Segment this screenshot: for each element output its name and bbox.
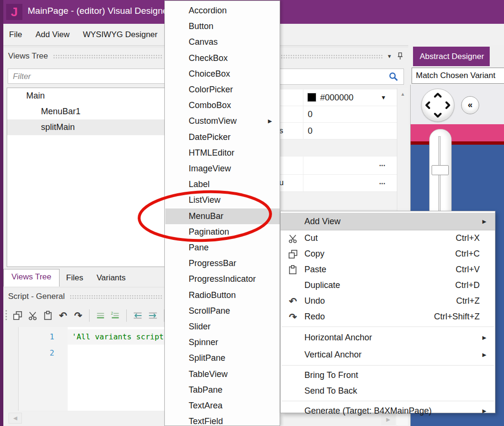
tab-views-tree[interactable]: Views Tree bbox=[3, 269, 60, 287]
widget-menu-item-menubar[interactable]: MenuBar bbox=[165, 208, 280, 224]
redo-icon[interactable]: ↷ bbox=[72, 309, 84, 322]
widget-menu-item-listview[interactable]: ListView bbox=[165, 192, 280, 208]
widget-menu-item-colorpicker[interactable]: ColorPicker bbox=[165, 82, 280, 98]
widget-menu-item-customview[interactable]: CustomView▶ bbox=[165, 113, 280, 129]
collapse-button[interactable]: « bbox=[461, 96, 479, 114]
widget-menu-item-checkbox[interactable]: CheckBox bbox=[165, 50, 280, 66]
menu-item-label: Paste bbox=[304, 262, 326, 277]
property-value[interactable]: 0 bbox=[303, 106, 397, 122]
grip-icon bbox=[4, 309, 8, 322]
context-menu-item-horizontal-anchor[interactable]: Horizontal Anchor▶ bbox=[281, 329, 495, 346]
abstract-menubar-view[interactable] bbox=[411, 124, 504, 141]
property-value[interactable]: ... bbox=[303, 157, 397, 174]
shift-right-icon[interactable] bbox=[147, 309, 159, 322]
context-menu-item-cut[interactable]: CutCtrl+X bbox=[281, 230, 495, 246]
widget-menu-item-combobox[interactable]: ComboBox bbox=[165, 98, 280, 113]
widget-menu-item-splitpane[interactable]: SplitPane bbox=[165, 350, 280, 366]
copy-icon[interactable] bbox=[12, 309, 23, 322]
menu-item-shortcut: Ctrl+D bbox=[455, 277, 480, 293]
widget-menu-item-slider[interactable]: Slider bbox=[165, 319, 280, 335]
menubar-item-wysiwyg-designer[interactable]: WYSIWYG Designer bbox=[76, 24, 164, 45]
context-menu-item-vertical-anchor[interactable]: Vertical Anchor▶ bbox=[281, 346, 495, 363]
submenu-arrow-icon: ▶ bbox=[483, 213, 486, 230]
slider-thumb[interactable] bbox=[432, 165, 449, 175]
widget-menu-item-button[interactable]: Button bbox=[165, 19, 280, 34]
context-menu-item-copy[interactable]: CopyCtrl+C bbox=[281, 246, 495, 262]
widget-menu-item-progressbar[interactable]: ProgressBar bbox=[165, 256, 280, 271]
cut-icon[interactable] bbox=[27, 309, 39, 322]
widget-menu-item-scrollpane[interactable]: ScrollPane bbox=[165, 303, 280, 319]
chevron-down-icon[interactable]: ▼ bbox=[381, 89, 386, 106]
context-menu-item-paste[interactable]: PasteCtrl+V bbox=[281, 262, 495, 277]
tree-item-main[interactable]: Main bbox=[7, 88, 165, 104]
menu-item-label: Copy bbox=[304, 246, 324, 262]
widget-menu-item-pagination[interactable]: Pagination bbox=[165, 224, 280, 240]
script-editor[interactable]: 1'All variants script2 bbox=[18, 327, 165, 411]
uncomment-icon[interactable]: 2 bbox=[110, 309, 121, 322]
views-tree-header: Views Tree bbox=[3, 48, 166, 65]
ellipsis-button[interactable]: ... bbox=[379, 175, 385, 189]
widget-menu-item-choicebox[interactable]: ChoiceBox bbox=[165, 66, 280, 82]
submenu-arrow-icon: ▶ bbox=[483, 403, 486, 419]
chevron-down-icon[interactable]: ▼ bbox=[387, 53, 392, 59]
menu-separator bbox=[282, 327, 494, 327]
comment-icon[interactable] bbox=[95, 309, 106, 322]
widget-menu-item-accordion[interactable]: Accordion bbox=[165, 3, 280, 19]
designer-context-menu: Add View▶CutCtrl+XCopyCtrl+CPasteCtrl+VD… bbox=[280, 211, 495, 413]
widget-menu-item-tableview[interactable]: TableView bbox=[165, 367, 280, 382]
panel-grip-dots bbox=[53, 54, 162, 59]
tab-variants[interactable]: Variants bbox=[90, 270, 132, 287]
abstract-designer-tab[interactable]: Abstract Designer bbox=[413, 47, 490, 66]
search-icon bbox=[388, 71, 399, 82]
widget-menu-item-textfield[interactable]: TextField bbox=[165, 414, 280, 426]
menu-item-label: Horizontal Anchor bbox=[304, 329, 372, 346]
context-menu-item-add-view[interactable]: Add View▶ bbox=[281, 213, 495, 230]
menu-item-shortcut: Ctrl+Shift+Z bbox=[434, 309, 480, 325]
scroll-up-icon[interactable]: ▲ bbox=[397, 88, 408, 100]
widget-menu-item-canvas[interactable]: Canvas bbox=[165, 34, 280, 50]
undo-icon[interactable]: ↶ bbox=[58, 309, 69, 322]
cut-icon bbox=[287, 230, 299, 246]
context-menu-item-undo[interactable]: ↶UndoCtrl+Z bbox=[281, 293, 495, 309]
menu-item-label: Generate (Target: B4XMainPage) bbox=[304, 403, 432, 419]
widget-menu-item-datepicker[interactable]: DatePicker bbox=[165, 129, 280, 145]
tree-item-splitmain[interactable]: splitMain bbox=[7, 119, 165, 135]
context-menu-item-redo[interactable]: ↷RedoCtrl+Shift+Z bbox=[281, 309, 495, 325]
property-color-value[interactable]: #000000▼ bbox=[303, 89, 397, 106]
ellipsis-button[interactable]: ... bbox=[379, 157, 385, 171]
shift-left-icon[interactable] bbox=[132, 309, 143, 322]
tree-item-menubar1[interactable]: MenuBar1 bbox=[7, 104, 165, 119]
context-menu-item-send-to-back[interactable]: Send To Back bbox=[281, 383, 495, 399]
paste-icon[interactable] bbox=[42, 309, 54, 322]
views-tree-filter-input[interactable]: Filter bbox=[8, 69, 165, 84]
widget-menu-item-imageview[interactable]: ImageView bbox=[165, 161, 280, 177]
tab-files[interactable]: Files bbox=[60, 270, 90, 287]
context-menu-item-duplicate[interactable]: DuplicateCtrl+D bbox=[281, 277, 495, 293]
redo-icon: ↷ bbox=[287, 309, 299, 325]
context-menu-item-bring-to-front[interactable]: Bring To Front bbox=[281, 367, 495, 383]
widget-menu-item-label[interactable]: Label bbox=[165, 177, 280, 192]
undo-icon: ↶ bbox=[287, 293, 299, 309]
property-value[interactable]: ... bbox=[303, 175, 397, 191]
widget-menu-item-htmleditor[interactable]: HTMLEditor bbox=[165, 145, 280, 161]
property-value[interactable]: 0 bbox=[303, 123, 397, 139]
widget-menu-item-textarea[interactable]: TextArea bbox=[165, 398, 280, 414]
menubar-item-file[interactable]: File bbox=[3, 24, 29, 45]
code-line[interactable]: 2 bbox=[19, 345, 165, 361]
code-line[interactable]: 1'All variants script bbox=[19, 329, 165, 345]
context-menu-item-generate-target-b4xmainpage-[interactable]: Generate (Target: B4XMainPage)▶ bbox=[281, 403, 495, 419]
widget-menu-item-progressindicator[interactable]: ProgressIndicator bbox=[165, 271, 280, 287]
widget-menu-item-tabpane[interactable]: TabPane bbox=[165, 382, 280, 398]
dpad-control[interactable] bbox=[421, 89, 454, 122]
menu-item-label: Undo bbox=[304, 293, 325, 309]
menu-item-label: Bring To Front bbox=[304, 367, 358, 383]
widget-menu-item-radiobutton[interactable]: RadioButton bbox=[165, 287, 280, 303]
script-horizontal-scrollbar[interactable]: ◀ bbox=[4, 412, 166, 425]
scroll-left-icon[interactable]: ◀ bbox=[9, 413, 22, 424]
widget-menu-item-pane[interactable]: Pane bbox=[165, 240, 280, 256]
toolbar-separator bbox=[89, 309, 90, 322]
widget-menu-item-spinner[interactable]: Spinner bbox=[165, 335, 280, 350]
pin-icon[interactable] bbox=[397, 52, 403, 60]
menubar-item-add-view[interactable]: Add View bbox=[29, 24, 76, 45]
variant-selector[interactable]: Match Chosen Variant bbox=[412, 68, 504, 84]
